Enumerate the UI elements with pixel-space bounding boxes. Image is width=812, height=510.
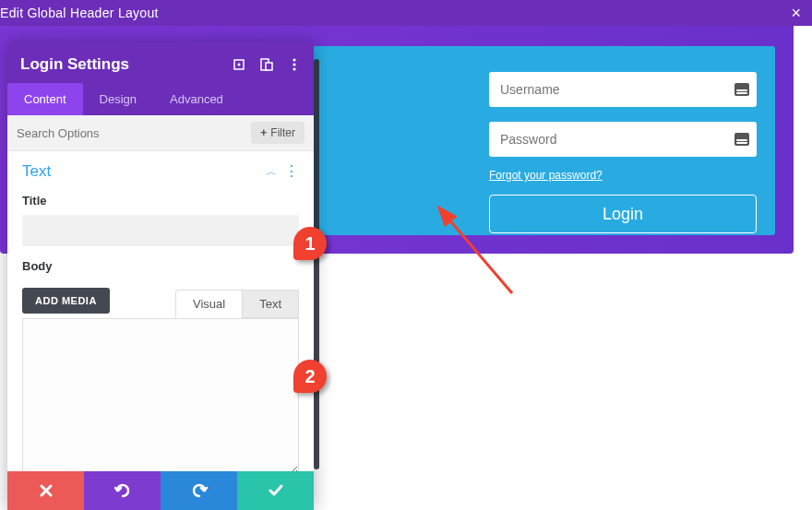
password-manager-icon[interactable] [734,133,749,146]
svg-line-7 [448,218,512,293]
password-wrap [489,122,757,157]
undo-icon [114,483,131,498]
body-editor[interactable] [22,318,299,471]
redo-icon [191,483,208,498]
annotation-marker-1: 1 [293,227,327,260]
search-input[interactable] [17,126,244,140]
editor-tab-text[interactable]: Text [242,290,299,318]
login-form: Forgot your password? Login [489,72,757,233]
section-text: Text ︿ ⋮ Title Body ADD MEDIA Visual Tex… [7,151,314,471]
svg-point-4 [293,58,295,61]
panel-content: Text ︿ ⋮ Title Body ADD MEDIA Visual Tex… [7,151,314,471]
filter-button[interactable]: +Filter [251,122,304,144]
close-icon [40,484,53,497]
global-header-bar: Edit Global Header Layout × [0,0,812,26]
body-label: Body [22,259,299,273]
svg-point-6 [293,67,295,70]
filter-label: Filter [270,126,295,139]
search-row: +Filter [7,115,314,151]
panel-header: Login Settings [7,42,314,83]
password-manager-icon[interactable] [734,83,749,96]
section-controls: ︿ ⋮ [266,164,299,180]
title-label: Title [22,194,299,208]
editor-tab-visual[interactable]: Visual [175,290,242,318]
plus-icon: + [260,126,267,139]
undo-button[interactable] [84,471,161,510]
panel-header-actions [233,58,301,71]
check-icon [269,484,283,497]
close-icon[interactable]: × [791,4,801,23]
cancel-button[interactable] [7,471,84,510]
section-head: Text ︿ ⋮ [22,162,299,181]
panel-title: Login Settings [20,55,129,74]
tab-design[interactable]: Design [83,83,153,115]
tab-advanced[interactable]: Advanced [153,83,240,115]
kebab-icon[interactable]: ⋮ [284,167,299,176]
title-input[interactable] [22,215,299,246]
annotation-arrow [323,192,526,306]
section-title[interactable]: Text [22,162,51,181]
panel-tabs: Content Design Advanced [7,83,314,115]
chevron-up-icon[interactable]: ︿ [266,164,277,180]
tab-content[interactable]: Content [7,83,83,115]
expand-icon[interactable] [233,58,245,71]
kebab-icon[interactable] [288,58,301,71]
password-field[interactable] [489,122,757,157]
annotation-marker-2: 2 [293,360,327,393]
stage: Forgot your password? Login Login Settin… [0,26,812,510]
username-wrap [489,72,757,107]
add-media-button[interactable]: ADD MEDIA [22,288,110,314]
svg-rect-3 [266,63,272,70]
panel-footer [7,471,314,510]
save-button[interactable] [237,471,314,510]
redo-button[interactable] [161,471,237,510]
svg-point-1 [238,64,241,66]
login-button[interactable]: Login [489,195,757,233]
settings-panel: Login Settings Content Design Advanced +… [7,42,314,510]
header-bar-title: Edit Global Header Layout [0,6,159,20]
svg-point-5 [293,63,295,65]
username-field[interactable] [489,72,757,107]
scrollbar[interactable] [314,59,319,469]
forgot-password-link[interactable]: Forgot your password? [489,169,603,182]
responsive-icon[interactable] [260,58,273,71]
